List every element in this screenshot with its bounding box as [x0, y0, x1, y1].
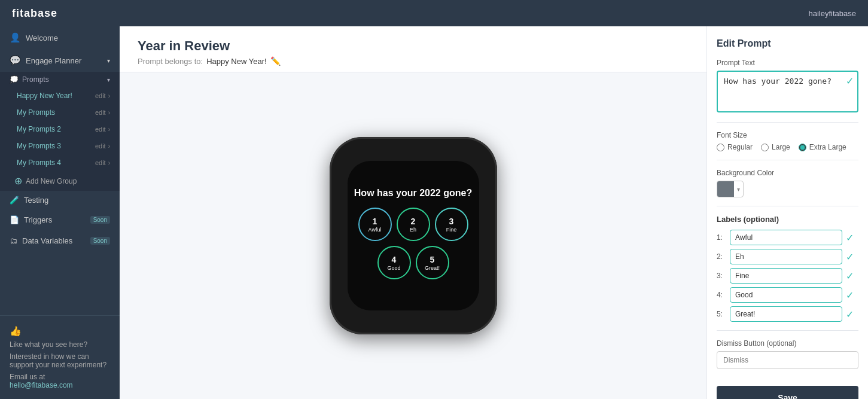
sidebar-item-my-prompts-3[interactable]: My Prompts 3 edit › — [0, 138, 120, 154]
dismiss-input[interactable] — [717, 351, 858, 369]
check-icon-2: ✓ — [846, 251, 854, 263]
watch-area: How has your 2022 gone? 1 Awful 2 Eh — [120, 72, 706, 399]
check-icon-3: ✓ — [846, 270, 854, 282]
triggers-label: Triggers — [24, 215, 52, 224]
watch-option-3: 3 Fine — [435, 208, 468, 241]
opt-label-4: Good — [387, 265, 400, 271]
label-input-1[interactable] — [730, 230, 842, 245]
user-icon: 👤 — [10, 32, 21, 43]
check-icon-4: ✓ — [846, 290, 854, 301]
label-num-4: 4: — [717, 291, 726, 299]
sidebar-item-welcome[interactable]: 👤 Welcome — [0, 26, 120, 49]
radio-extra-large[interactable]: Extra Large — [799, 143, 846, 151]
prompts-section: 💭 Prompts ▾ Happy New Year! edit › My Pr… — [0, 72, 120, 191]
radio-extra-large-label: Extra Large — [809, 143, 846, 151]
label-num-2: 2: — [717, 252, 726, 261]
edit-prompt-link-icon[interactable]: ✏️ — [270, 56, 281, 66]
right-panel: Edit Prompt Prompt Text How has your 202… — [706, 26, 868, 399]
like-text: Like what you see here? — [10, 340, 110, 349]
data-variables-label: Data Variables — [22, 236, 72, 245]
top-nav: fitabase haileyfitabase — [0, 0, 868, 26]
add-new-group-label: Add New Group — [26, 177, 77, 185]
check-icon-5: ✓ — [846, 309, 854, 320]
chat-icon: 💭 — [10, 75, 19, 84]
label-num-5: 5: — [717, 310, 726, 318]
radio-large-input[interactable] — [761, 144, 769, 151]
watch-question-text: How has your 2022 gone? — [354, 187, 472, 200]
email-label: Email us at — [10, 373, 45, 381]
sidebar-item-triggers[interactable]: 📄 Triggers Soon — [0, 209, 120, 230]
sidebar-item-engage-planner[interactable]: 💬 Engage Planner ▾ — [0, 49, 120, 72]
watch-option-1: 1 Awful — [358, 208, 392, 241]
welcome-label: Welcome — [26, 33, 58, 42]
save-button[interactable]: Save — [717, 386, 858, 399]
label-input-5[interactable] — [730, 306, 842, 322]
testing-label: Testing — [24, 196, 48, 205]
watch-options-row-1: 1 Awful 2 Eh 3 Fine — [358, 208, 468, 241]
font-size-radio-group: Regular Large Extra Large — [717, 143, 858, 151]
label-row-2: 2: ✓ — [717, 249, 858, 264]
sidebar-bottom: 👍 Like what you see here? Interested in … — [0, 315, 120, 399]
opt-label-5: Great! — [425, 265, 440, 271]
content-area: Year in Review Prompt belongs to: Happy … — [120, 26, 706, 399]
labels-section-title: Labels (optional) — [717, 215, 858, 224]
add-new-group-button[interactable]: ⊕ Add New Group — [0, 171, 120, 191]
prompt-belongs: Prompt belongs to: Happy New Year! ✏️ — [138, 56, 689, 66]
engage-planner-label: Engage Planner — [26, 56, 81, 65]
chevron-right-icon: › — [108, 93, 110, 99]
sidebar-item-data-variables[interactable]: 🗂 Data Variables Soon — [0, 230, 120, 251]
content-header: Year in Review Prompt belongs to: Happy … — [120, 26, 706, 72]
opt-num-5: 5 — [430, 255, 435, 264]
label-input-3[interactable] — [730, 268, 842, 284]
chevron-right-icon: › — [108, 143, 110, 150]
chevron-down-icon: ▾ — [107, 57, 110, 64]
prompt-text-input[interactable]: How has your 2022 gone? — [717, 71, 858, 112]
sidebar-item-testing[interactable]: 🧪 Testing — [0, 191, 120, 209]
opt-num-2: 2 — [411, 217, 416, 226]
label-num-3: 3: — [717, 272, 726, 280]
color-swatch-button[interactable]: ▾ — [717, 181, 744, 197]
sidebar-item-my-prompts-4[interactable]: My Prompts 4 edit › — [0, 154, 120, 171]
radio-regular-label: Regular — [727, 143, 753, 151]
dismiss-label: Dismiss Button (optional) — [717, 339, 858, 348]
logo: fitabase — [12, 7, 57, 20]
watch-container: How has your 2022 gone? 1 Awful 2 Eh — [330, 137, 497, 334]
radio-large[interactable]: Large — [761, 143, 790, 151]
chevron-right-icon: › — [108, 160, 110, 166]
radio-regular-input[interactable] — [717, 144, 724, 151]
email-section: Email us at hello@fitabase.com — [10, 373, 110, 389]
thumbs-up-icon: 👍 — [10, 325, 110, 337]
opt-num-1: 1 — [373, 217, 377, 226]
chevron-right-icon: › — [108, 109, 110, 116]
user-menu[interactable]: haileyfitabase — [809, 9, 857, 18]
color-swatch-preview — [717, 181, 734, 197]
trigger-icon: 📄 — [10, 215, 19, 224]
radio-extra-large-input[interactable] — [799, 144, 806, 151]
watch-options-row-2: 4 Good 5 Great! — [377, 246, 449, 279]
email-link[interactable]: hello@fitabase.com — [10, 381, 73, 389]
opt-label-3: Fine — [446, 227, 457, 233]
prompt-belongs-label: Prompt belongs to: — [138, 57, 203, 66]
main-layout: 👤 Welcome 💬 Engage Planner ▾ 💭 Prompts ▾… — [0, 26, 868, 399]
label-input-4[interactable] — [730, 287, 842, 303]
bg-color-section: Background Color ▾ — [717, 169, 858, 197]
sidebar-item-happy-new-year[interactable]: Happy New Year! edit › — [0, 87, 120, 104]
label-row-4: 4: ✓ — [717, 287, 858, 303]
label-input-2[interactable] — [730, 249, 842, 264]
opt-label-1: Awful — [368, 227, 382, 233]
watch-screen: How has your 2022 gone? 1 Awful 2 Eh — [348, 161, 479, 310]
labels-section: Labels (optional) 1: ✓ 2: ✓ 3: ✓ — [717, 215, 858, 322]
prompt-text-container: How has your 2022 gone? ✓ — [717, 71, 858, 115]
label-num-1: 1: — [717, 233, 726, 242]
opt-num-4: 4 — [392, 255, 397, 264]
sidebar-item-my-prompts[interactable]: My Prompts edit › — [0, 104, 120, 121]
color-dropdown-arrow[interactable]: ▾ — [734, 186, 743, 193]
prompt-belongs-value: Happy New Year! — [206, 57, 266, 66]
sidebar: 👤 Welcome 💬 Engage Planner ▾ 💭 Prompts ▾… — [0, 26, 120, 399]
radio-regular[interactable]: Regular — [717, 143, 753, 151]
watch-body: How has your 2022 gone? 1 Awful 2 Eh — [330, 137, 497, 334]
bg-color-label: Background Color — [717, 169, 858, 177]
sidebar-item-my-prompts-2[interactable]: My Prompts 2 edit › — [0, 121, 120, 138]
sidebar-section-prompts[interactable]: 💭 Prompts ▾ — [0, 72, 120, 87]
opt-label-2: Eh — [410, 227, 416, 233]
